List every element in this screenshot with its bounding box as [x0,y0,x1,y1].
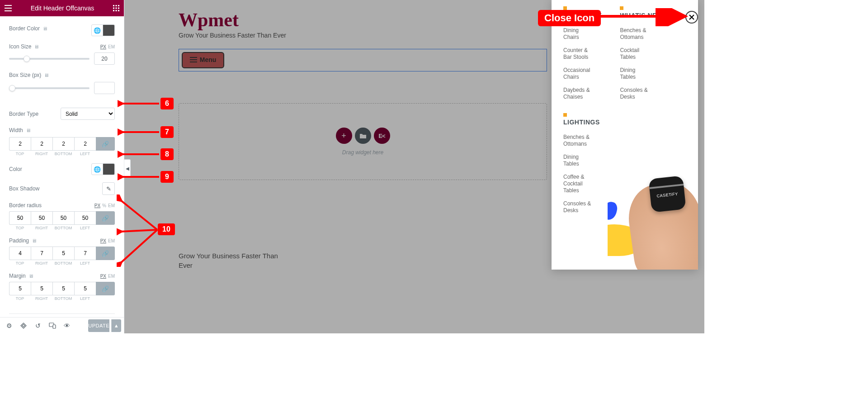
monitor-icon[interactable]: 🖥 [28,273,33,279]
monitor-icon[interactable]: 🖥 [44,72,49,78]
svg-rect-0 [113,5,114,6]
icon-size-slider[interactable] [9,58,90,60]
svg-rect-10 [53,325,56,328]
radius-top[interactable] [9,211,31,225]
list-item[interactable]: Dining Tables [620,67,651,81]
apps-icon[interactable] [113,5,119,11]
close-icon[interactable] [685,11,698,24]
svg-rect-7 [115,10,117,11]
airpods-case [648,176,686,213]
globe-icon[interactable]: 🌐 [91,163,103,175]
list-item[interactable]: Coffee & Cocktail Tables [563,174,595,194]
unit-px[interactable]: PX [94,203,100,208]
icon-size-label: Icon Size [9,43,31,50]
preview-icon[interactable]: 👁 [61,319,73,332]
navigator-icon[interactable] [17,319,30,332]
offcanvas-panel-accordion[interactable]: ▸ Offcanvas Panel [9,313,115,317]
monitor-icon[interactable]: 🖥 [34,44,39,49]
margin-top[interactable] [9,282,31,295]
box-size-label: Box Size (px) [9,72,41,78]
box-size-input[interactable] [94,82,115,94]
radius-right[interactable] [31,211,52,225]
padding-right[interactable] [31,247,52,260]
margin-left[interactable] [74,282,96,295]
unit-percent[interactable]: % [102,203,106,208]
unit-em[interactable]: EM [108,203,115,208]
radius-left[interactable] [74,211,96,225]
unit-em[interactable]: EM [108,274,115,279]
padding-left[interactable] [74,247,96,260]
svg-rect-1 [115,5,117,6]
link-icon[interactable]: 🔗 [96,282,115,295]
unit-px[interactable]: PX [100,274,106,279]
responsive-icon[interactable] [46,319,59,332]
color-swatch[interactable] [103,163,115,175]
unit-em[interactable]: EM [108,238,115,243]
update-button[interactable]: UPDATE [88,319,109,332]
unit-px[interactable]: PX [100,238,106,243]
box-shadow-label: Box Shadow [9,185,39,192]
link-icon[interactable]: 🔗 [96,137,115,151]
width-label: Width [9,127,23,133]
monitor-icon[interactable]: 🖥 [42,26,47,31]
unit-px[interactable]: PX [100,44,106,49]
list-item[interactable]: Benches & Ottomans [563,134,595,147]
svg-rect-5 [118,8,119,9]
icon-size-input[interactable] [94,52,115,65]
oc-heading-furniture: FURNITURE [563,12,602,19]
offcanvas-panel: FURNITURE Dining Chairs Counter & Bar St… [552,0,698,270]
svg-rect-8 [118,10,119,11]
svg-rect-6 [113,10,114,11]
width-left[interactable] [74,137,96,151]
update-caret[interactable]: ▴ [111,319,121,332]
oc-heading-lightings: LIGHTINGS [563,119,686,126]
border-type-select[interactable]: Solid [61,108,115,120]
unit-em[interactable]: EM [108,44,115,49]
product-image [608,157,698,270]
width-right[interactable] [31,137,52,151]
svg-rect-2 [118,5,119,6]
link-icon[interactable]: 🔗 [96,247,115,260]
width-bottom[interactable] [52,137,74,151]
list-item[interactable]: Consoles & Desks [563,200,595,214]
settings-icon[interactable]: ⚙ [3,319,15,332]
list-item[interactable]: Cocktail Tables [620,47,651,61]
hamburger-icon[interactable] [5,5,12,11]
panel-title: Edit Header Offcanvas [31,5,94,12]
collapse-panel-tab[interactable]: ◀ [124,159,131,177]
list-item[interactable]: Occasional Chairs [563,67,595,81]
svg-rect-4 [115,8,117,9]
history-icon[interactable]: ↺ [32,319,44,332]
width-top[interactable] [9,137,31,151]
border-color-swatch[interactable] [103,24,115,36]
edit-icon[interactable]: ✎ [102,182,115,195]
list-item[interactable]: Daybeds & Chaises [563,87,595,100]
border-color-label: Border Color [9,25,40,32]
monitor-icon[interactable]: 🖥 [26,128,31,133]
list-item[interactable]: Dining Chairs [563,27,595,41]
radius-bottom[interactable] [52,211,74,225]
margin-right[interactable] [31,282,52,295]
list-item[interactable]: Consoles & Desks [620,87,651,100]
monitor-icon[interactable]: 🖥 [32,238,37,243]
border-radius-label: Border radius [9,202,42,209]
padding-bottom[interactable] [52,247,74,260]
margin-bottom[interactable] [52,282,74,295]
box-size-slider[interactable] [9,87,90,89]
border-type-label: Border Type [9,111,38,117]
oc-heading-whatsnew: WHAT'S NEW [620,12,663,19]
list-item[interactable]: Counter & Bar Stools [563,47,595,61]
svg-rect-3 [113,8,114,9]
link-icon[interactable]: 🔗 [96,211,115,225]
margin-label: Margin [9,273,26,279]
padding-top[interactable] [9,247,31,260]
padding-label: Padding [9,237,29,244]
globe-icon[interactable]: 🌐 [91,24,103,36]
panel-header: Edit Header Offcanvas [0,0,124,16]
list-item[interactable]: Dining Tables [563,154,595,167]
color-label: Color [9,166,22,172]
list-item[interactable]: Benches & Ottomans [620,27,651,41]
